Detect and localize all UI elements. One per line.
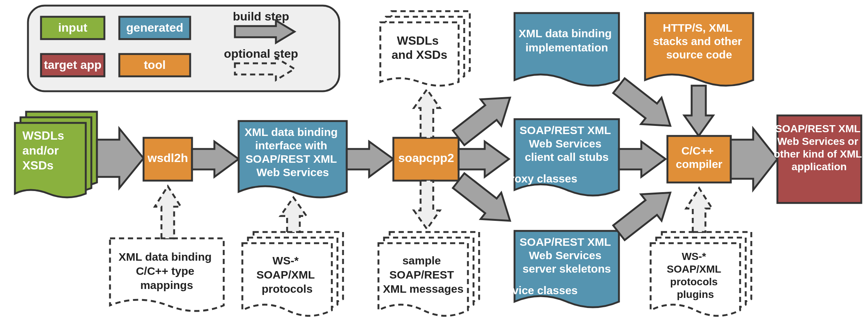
legend-build-step-label: build step (233, 10, 289, 23)
node-impl: XML data binding implementation XML data… (515, 13, 619, 86)
node-server-skeletons: SOAP/REST XML Web Services server skelet… (481, 231, 619, 307)
arrow-wsprotocols-to-interface (280, 197, 306, 232)
arrow-client-to-compiler (619, 142, 666, 177)
legend-tool-label: tool (144, 58, 166, 72)
workflow-diagram: input target app generated tool build st… (0, 0, 868, 324)
legend-target-label: target app (44, 58, 102, 72)
arrow-soapcpp2-to-client (459, 142, 509, 177)
arrow-interface-to-soapcpp2 (347, 142, 393, 177)
node-ws-protocols-1: WS-* SOAP/XML protocols WS-* SOAP/XML pr… (242, 232, 343, 316)
wsdl2h-label: wsdl2h (147, 151, 188, 165)
node-type-mappings: XML data binding C/C++ type mappings XML… (110, 238, 224, 311)
node-wsdls-input: WSDLs and/or XSDs WSDLs and/or XSDs (15, 112, 97, 197)
node-wsdls-out: WSDLs and XSDs WSDLs and XSDs (380, 11, 470, 86)
node-interface: XML data binding interface with SOAP/RES… (239, 121, 347, 197)
legend-input-label: input (58, 21, 88, 34)
svg-text:HTTP/S, XML
      stacks and o: HTTP/S, XML stacks and other source code (653, 22, 745, 61)
arrow-wsdl2h-to-interface (192, 142, 239, 177)
svg-text:SOAP/REST XML
      Web Servic: SOAP/REST XML Web Services server skelet… (520, 236, 614, 275)
svg-text:SOAP/REST XML
      Web Servic: SOAP/REST XML Web Services client call s… (520, 124, 614, 163)
arrow-soapcpp2-to-wsdls-out (414, 89, 440, 138)
arrow-soapcpp2-to-samples (414, 181, 440, 229)
arrow-http-to-compiler (684, 86, 713, 136)
legend-optional-step-label: optional step (224, 47, 298, 60)
legend-generated-label: generated (126, 21, 183, 34)
soapcpp2-label: soapcpp2 (398, 151, 454, 165)
arrow-typemap-to-wsdl2h (155, 186, 181, 238)
svg-text:or
      proxy classes: or proxy classes (489, 172, 578, 185)
arrow-wsdls-to-wsdl2h (97, 128, 144, 188)
node-ws-protocols-plugins: WS-* SOAP/XML protocols plugins WS-* SOA… (651, 232, 751, 316)
node-client-stubs: SOAP/REST XML Web Services client call s… (489, 119, 619, 196)
arrow-wsplugins-to-compiler (686, 188, 712, 232)
svg-text:or
      service classes: or service classes (481, 284, 578, 296)
node-http-stacks: HTTP/S, XML stacks and other source code… (645, 13, 753, 86)
node-sample-messages: sample SOAP/REST XML messages sample SOA… (378, 232, 479, 316)
arrow-compiler-to-target (731, 128, 777, 190)
